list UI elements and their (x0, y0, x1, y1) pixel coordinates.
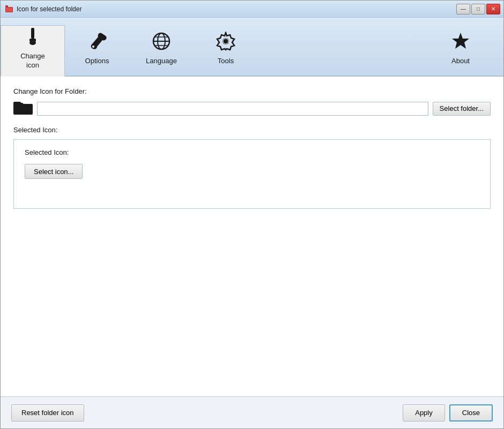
toolbar: Changeicon Options (1, 18, 503, 77)
tab-language-label: Language (146, 57, 177, 65)
svg-rect-3 (31, 28, 34, 39)
svg-rect-15 (13, 104, 33, 115)
language-tab-icon (152, 32, 171, 54)
main-content: Change Icon for Folder: Select folder...… (1, 77, 503, 396)
close-button[interactable]: Close (449, 404, 493, 422)
title-buttons: — □ ✕ (456, 4, 500, 14)
select-folder-button[interactable]: Select folder... (433, 102, 491, 116)
tools-tab-icon (216, 32, 235, 54)
tab-about[interactable]: About (428, 24, 493, 76)
tab-change-icon-label: Changeicon (20, 52, 45, 70)
content-spacer (13, 209, 491, 386)
tab-change-icon[interactable]: Changeicon (1, 25, 65, 77)
window-title: Icon for selected folder (17, 5, 81, 13)
svg-rect-0 (5, 5, 8, 7)
svg-point-12 (223, 38, 229, 44)
app-icon (5, 5, 13, 13)
svg-rect-17 (13, 102, 21, 104)
main-window: Icon for selected folder — □ ✕ Changeico… (0, 0, 504, 429)
reset-folder-icon-button[interactable]: Reset folder icon (11, 404, 84, 422)
svg-point-6 (92, 46, 94, 48)
tab-tools-label: Tools (218, 57, 234, 65)
change-icon-tab-icon (23, 27, 42, 49)
tab-options-label: Options (85, 57, 109, 65)
selected-icon-inner-label: Selected Icon: (25, 148, 479, 156)
folder-icon (13, 100, 33, 117)
tab-about-label: About (451, 57, 470, 65)
folder-path-input[interactable] (37, 102, 428, 116)
maximize-button[interactable]: □ (471, 4, 485, 14)
options-tab-icon (87, 32, 107, 54)
svg-marker-14 (452, 33, 469, 49)
tab-tools[interactable]: Tools (194, 24, 258, 76)
title-bar: Icon for selected folder — □ ✕ (1, 1, 503, 18)
title-bar-left: Icon for selected folder (5, 5, 81, 13)
folder-row: Select folder... (13, 100, 491, 117)
bottom-right-buttons: Apply Close (403, 404, 493, 422)
apply-button[interactable]: Apply (403, 404, 445, 422)
folder-section-label: Change Icon for Folder: (13, 87, 87, 95)
select-icon-button[interactable]: Select icon... (25, 164, 83, 179)
close-title-button[interactable]: ✕ (486, 4, 500, 14)
selected-icon-group: Selected Icon: Select icon... (13, 139, 491, 209)
selected-icon-group-label: Selected Icon: (13, 126, 491, 134)
tab-language[interactable]: Language (129, 24, 194, 76)
svg-rect-2 (6, 7, 12, 12)
about-tab-icon (451, 32, 470, 54)
svg-point-5 (29, 41, 36, 45)
minimize-button[interactable]: — (456, 4, 470, 14)
bottom-bar: Reset folder icon Apply Close (1, 396, 503, 428)
tab-options[interactable]: Options (65, 24, 129, 76)
